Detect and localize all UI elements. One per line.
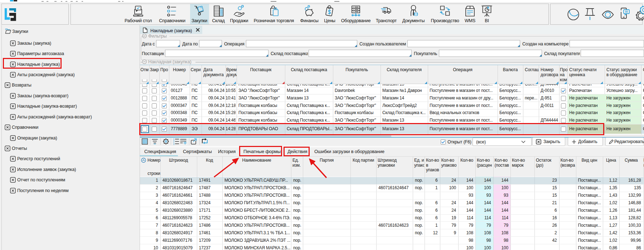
svg-text:3: 3: [173, 143, 175, 145]
